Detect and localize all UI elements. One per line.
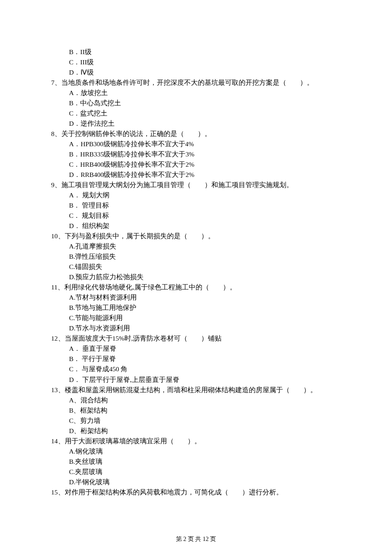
- option: C.锚固损失: [51, 262, 341, 272]
- option: C．HRB400级钢筋冷拉伸长率不宜大于2%: [51, 159, 341, 170]
- question-15: 15、对作用于框架结构体系的风荷载和地震力，可简化成（ ）进行分析。: [51, 487, 341, 497]
- option: B．HRB335级钢筋冷拉伸长率不宜大于3%: [51, 149, 341, 159]
- question-stem: 9、施工项目管理规大纲划分为施工项目管理（ ）和施工项目管理实施规划。: [51, 180, 341, 190]
- option: D．Ⅳ级: [51, 67, 341, 78]
- option: B.夹丝玻璃: [51, 457, 341, 467]
- option: A.钢化玻璃: [51, 446, 341, 457]
- question-stem: 13、楼盖和屋盖采用钢筋混凝土结构，而墙和柱采用砌体结构建造的房屋属于（ ）。: [51, 385, 341, 395]
- option: C． 规划目标: [51, 211, 341, 221]
- question-stem: 10、下列与盈利损失中，属于长期损失的是（ ）。: [51, 231, 341, 241]
- option: D.半钢化玻璃: [51, 477, 341, 487]
- option: B.节地与施工用地保护: [51, 303, 341, 313]
- option: B． 平行于屋脊: [51, 354, 341, 364]
- question-stem: 15、对作用于框架结构体系的风荷载和地震力，可简化成（ ）进行分析。: [51, 487, 341, 497]
- question-9: 9、施工项目管理规大纲划分为施工项目管理（ ）和施工项目管理实施规划。 A． 规…: [51, 180, 341, 231]
- option: C.节能与能源利用: [51, 313, 341, 323]
- option: D． 下层平行于屋脊,上层垂直于屋脊: [51, 375, 341, 385]
- question-13: 13、楼盖和屋盖采用钢筋混凝土结构，而墙和柱采用砌体结构建造的房屋属于（ ）。 …: [51, 385, 341, 436]
- option: D． 组织构架: [51, 221, 341, 231]
- option: B．II级: [51, 47, 341, 57]
- question-stem: 14、用于大面积玻璃幕墙的玻璃宜采用（ ）。: [51, 436, 341, 446]
- option: A、混合结构: [51, 395, 341, 405]
- option: C．盆式挖土: [51, 108, 341, 119]
- question-12: 12、当屋面坡度大于15%时,沥青防水卷材可（ ）铺贴 A． 垂直于屋脊 B． …: [51, 333, 341, 384]
- question-stem: 7、当地质条件和场地条件许可时，开挖深度不大的基坑最可取的开挖方案是（ ）。: [51, 78, 341, 88]
- option: B.弹性压缩损失: [51, 251, 341, 262]
- option: C、剪力墙: [51, 416, 341, 426]
- option: A． 规划大纲: [51, 190, 341, 200]
- question-14: 14、用于大面积玻璃幕墙的玻璃宜采用（ ）。 A.钢化玻璃 B.夹丝玻璃 C.夹…: [51, 436, 341, 487]
- question-7: 7、当地质条件和场地条件许可时，开挖深度不大的基坑最可取的开挖方案是（ ）。 A…: [51, 78, 341, 129]
- option: A.节材与材料资源利用: [51, 292, 341, 303]
- option: D.预应力筋应力松弛损失: [51, 272, 341, 282]
- option: C．III级: [51, 57, 341, 67]
- option: B． 管理目标: [51, 200, 341, 211]
- question-8: 8、关于控制钢筋伸长率的说法，正确的是（ ）。 A．HPB300级钢筋冷拉伸长率…: [51, 129, 341, 180]
- option: B、框架结构: [51, 405, 341, 416]
- question-10: 10、下列与盈利损失中，属于长期损失的是（ ）。 A.孔道摩擦损失 B.弹性压缩…: [51, 231, 341, 282]
- page: B．II级 C．III级 D．Ⅳ级 7、当地质条件和场地条件许可时，开挖深度不大…: [0, 0, 392, 555]
- option: D．RRB400级钢筋冷拉伸长率不宜大于2%: [51, 170, 341, 180]
- option: D、桁架结构: [51, 426, 341, 436]
- question-stem: 11、利用绿化代替场地硬化,属于绿色工程施工中的（ ）。: [51, 282, 341, 292]
- question-stem: 12、当屋面坡度大于15%时,沥青防水卷材可（ ）铺贴: [51, 333, 341, 344]
- question-stem: 8、关于控制钢筋伸长率的说法，正确的是（ ）。: [51, 129, 341, 139]
- option: A． 垂直于屋脊: [51, 344, 341, 354]
- option: B．中心岛式挖土: [51, 98, 341, 108]
- prev-question-options: B．II级 C．III级 D．Ⅳ级: [51, 47, 341, 78]
- option: C． 与屋脊成450 角: [51, 364, 341, 374]
- option: C.夹层玻璃: [51, 467, 341, 477]
- option: D．逆作法挖土: [51, 119, 341, 129]
- option: A．放坡挖土: [51, 88, 341, 98]
- option: D.节水与水资源利用: [51, 323, 341, 333]
- option: A．HPB300级钢筋冷拉伸长率不宜大于4%: [51, 139, 341, 149]
- option: A.孔道摩擦损失: [51, 241, 341, 251]
- question-11: 11、利用绿化代替场地硬化,属于绿色工程施工中的（ ）。 A.节材与材料资源利用…: [51, 282, 341, 333]
- page-footer: 第 2 页 共 12 页: [0, 535, 392, 544]
